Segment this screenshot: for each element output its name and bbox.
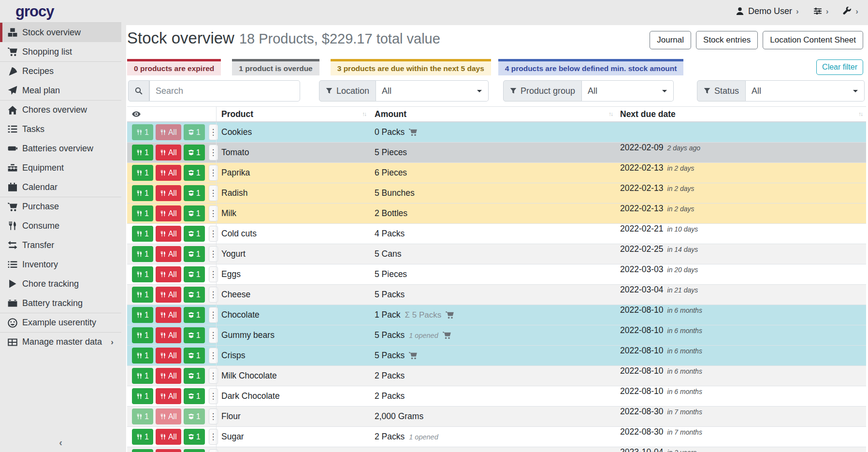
consume-all-button[interactable]: All: [156, 145, 181, 160]
product-cell[interactable]: Eggs: [216, 264, 370, 284]
open-one-button[interactable]: 1: [184, 185, 205, 201]
open-one-button[interactable]: 1: [184, 287, 205, 303]
sidebar-item-batteries-overview[interactable]: Batteries overview: [0, 139, 121, 158]
status-chip[interactable]: 3 products are due within the next 5 day…: [331, 59, 491, 75]
consume-one-button[interactable]: 1: [132, 307, 153, 323]
search-input[interactable]: [149, 80, 300, 102]
consume-all-button[interactable]: All: [156, 368, 181, 384]
sidebar-item-example-userentity[interactable]: Example userentity: [0, 313, 121, 332]
product-cell[interactable]: Milk: [216, 204, 370, 223]
eye-icon[interactable]: [132, 110, 141, 118]
product-cell[interactable]: Milk Chocolate: [216, 366, 370, 386]
consume-one-button[interactable]: 1: [132, 185, 153, 201]
product-cell[interactable]: Sugar: [216, 427, 370, 447]
sidebar-item-manage-master-data[interactable]: Manage master data›: [0, 332, 121, 351]
sidebar-collapse-button[interactable]: ‹: [0, 437, 121, 448]
product-cell[interactable]: Flour: [216, 407, 370, 426]
product-cell[interactable]: Noodles: [216, 447, 370, 452]
consume-all-button[interactable]: All: [156, 429, 181, 445]
consume-all-button[interactable]: All: [156, 307, 181, 323]
open-one-button[interactable]: 1: [184, 124, 205, 140]
open-one-button[interactable]: 1: [184, 307, 205, 323]
product-cell[interactable]: Yogurt: [216, 244, 370, 264]
product-cell[interactable]: Radish: [216, 183, 370, 203]
open-one-button[interactable]: 1: [184, 388, 205, 404]
sidebar-item-consume[interactable]: Consume: [0, 216, 121, 235]
consume-one-button[interactable]: 1: [132, 287, 153, 303]
sort-icon[interactable]: ↑↓: [362, 111, 366, 117]
consume-all-button[interactable]: All: [156, 408, 181, 424]
sidebar-item-meal-plan[interactable]: Meal plan: [0, 81, 121, 100]
consume-all-button[interactable]: All: [156, 205, 181, 221]
open-one-button[interactable]: 1: [184, 226, 205, 242]
sidebar-item-stock-overview[interactable]: Stock overview: [0, 23, 121, 42]
sidebar-item-transfer[interactable]: Transfer: [0, 235, 121, 255]
open-one-button[interactable]: 1: [184, 266, 205, 282]
journal-button[interactable]: Journal: [650, 31, 691, 49]
sidebar-item-purchase[interactable]: Purchase: [0, 197, 121, 216]
consume-all-button[interactable]: All: [156, 165, 181, 181]
clear-filter-button[interactable]: Clear filter: [816, 59, 863, 75]
open-one-button[interactable]: 1: [184, 408, 205, 424]
open-one-button[interactable]: 1: [184, 145, 205, 160]
consume-one-button[interactable]: 1: [132, 124, 153, 140]
product-cell[interactable]: Cold cuts: [216, 224, 370, 244]
consume-all-button[interactable]: All: [156, 185, 181, 201]
consume-one-button[interactable]: 1: [132, 348, 153, 364]
column-product[interactable]: Product ↑↓: [216, 107, 370, 121]
consume-all-button[interactable]: All: [156, 327, 181, 343]
open-one-button[interactable]: 1: [184, 449, 205, 452]
consume-all-button[interactable]: All: [156, 246, 181, 262]
open-one-button[interactable]: 1: [184, 327, 205, 343]
sidebar-item-shopping-list[interactable]: Shopping list: [0, 42, 121, 61]
consume-one-button[interactable]: 1: [132, 368, 153, 384]
open-one-button[interactable]: 1: [184, 429, 205, 445]
sidebar-item-battery-tracking[interactable]: Battery tracking: [0, 293, 121, 313]
open-one-button[interactable]: 1: [184, 205, 205, 221]
column-next-due-date[interactable]: Next due date ↑↓: [616, 109, 866, 119]
consume-one-button[interactable]: 1: [132, 246, 153, 262]
product-cell[interactable]: Chocolate: [216, 305, 370, 325]
sidebar-item-chore-tracking[interactable]: Chore tracking: [0, 274, 121, 293]
product-cell[interactable]: Paprika: [216, 163, 370, 183]
sort-icon[interactable]: ↑↓: [858, 111, 862, 117]
grocy-logo[interactable]: grocy: [15, 3, 54, 20]
status-select[interactable]: All: [746, 80, 865, 102]
open-one-button[interactable]: 1: [184, 246, 205, 262]
column-amount[interactable]: Amount ↑↓: [370, 109, 616, 119]
consume-one-button[interactable]: 1: [132, 165, 153, 181]
consume-one-button[interactable]: 1: [132, 449, 153, 452]
status-chip[interactable]: 1 product is overdue: [232, 59, 319, 75]
location-content-sheet-button[interactable]: Location Content Sheet: [763, 31, 863, 49]
consume-one-button[interactable]: 1: [132, 205, 153, 221]
status-chip[interactable]: 0 products are expired: [127, 59, 221, 75]
admin-menu[interactable]: ›: [843, 7, 858, 15]
stock-entries-button[interactable]: Stock entries: [696, 31, 758, 49]
consume-one-button[interactable]: 1: [132, 388, 153, 404]
sidebar-item-inventory[interactable]: Inventory: [0, 255, 121, 274]
sidebar-item-equipment[interactable]: Equipment: [0, 158, 121, 177]
product-cell[interactable]: Gummy bears: [216, 325, 370, 345]
product-cell[interactable]: Dark Chocolate: [216, 386, 370, 406]
product-cell[interactable]: Cheese: [216, 285, 370, 305]
sort-icon[interactable]: ↑↓: [608, 111, 612, 117]
sidebar-item-recipes[interactable]: Recipes: [0, 61, 121, 81]
consume-all-button[interactable]: All: [156, 266, 181, 282]
consume-all-button[interactable]: All: [156, 348, 181, 364]
location-select[interactable]: All: [376, 80, 489, 102]
settings-menu[interactable]: ›: [813, 7, 829, 15]
product-cell[interactable]: Crisps: [216, 346, 370, 365]
status-chip[interactable]: 4 products are below defined min. stock …: [498, 59, 684, 75]
product-group-select[interactable]: All: [582, 80, 674, 102]
sidebar-item-calendar[interactable]: Calendar: [0, 177, 121, 197]
open-one-button[interactable]: 1: [184, 348, 205, 364]
consume-all-button[interactable]: All: [156, 449, 181, 452]
consume-one-button[interactable]: 1: [132, 226, 153, 242]
consume-all-button[interactable]: All: [156, 226, 181, 242]
consume-one-button[interactable]: 1: [132, 408, 153, 424]
consume-one-button[interactable]: 1: [132, 327, 153, 343]
product-cell[interactable]: Cookies: [216, 122, 370, 142]
user-menu[interactable]: Demo User ›: [736, 6, 799, 16]
sidebar-item-chores-overview[interactable]: Chores overview: [0, 100, 121, 119]
sidebar-item-tasks[interactable]: Tasks: [0, 119, 121, 139]
